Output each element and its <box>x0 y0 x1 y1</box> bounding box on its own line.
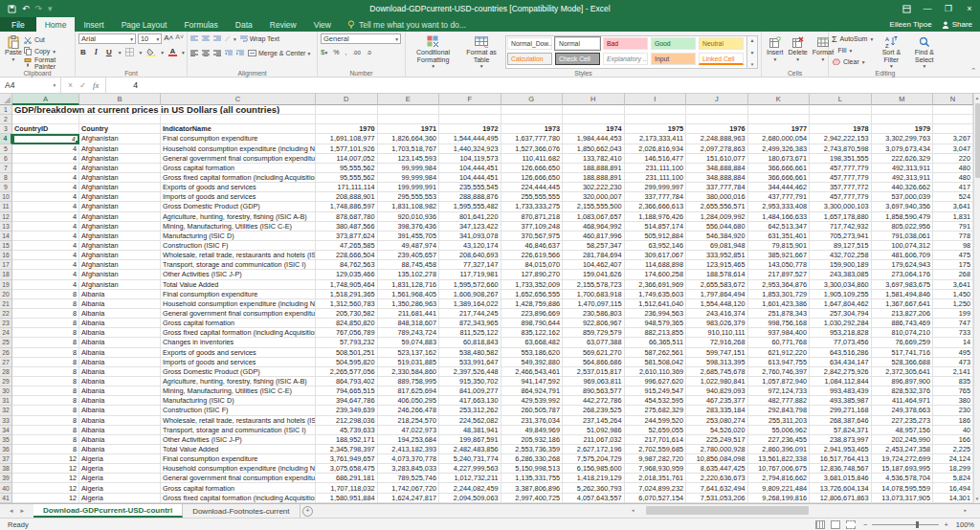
cell-value-clipped[interactable]: 268 <box>933 270 973 279</box>
cell-indicator-24[interactable]: Gross fixed capital formation (including… <box>161 328 316 338</box>
cell-style-good[interactable]: Good <box>651 37 696 50</box>
row-header-26[interactable]: 26 <box>0 348 12 358</box>
cell-style-neutral[interactable]: Neutral <box>699 37 744 50</box>
font-color-button[interactable]: A <box>168 48 177 56</box>
cell-value[interactable]: 983,026,379 <box>686 319 748 328</box>
cell-value[interactable]: 643,516,286 <box>810 348 872 358</box>
cell-value[interactable]: 767,056,789 <box>316 328 378 338</box>
cell-value[interactable]: 910,110,111 <box>686 328 748 338</box>
cell-value[interactable]: 348,888,884 <box>686 173 748 183</box>
cell[interactable] <box>79 115 161 124</box>
cell-countryid-38[interactable]: 12 <box>12 464 79 474</box>
cell-value[interactable]: 129,035,466 <box>316 270 378 279</box>
cell-value[interactable]: 114,007,052 <box>316 154 378 164</box>
cell-value[interactable]: 243,416,374 <box>686 309 748 319</box>
paste-button[interactable]: Paste ▾ <box>3 33 24 64</box>
cell-value-clipped[interactable]: 835 <box>933 377 973 386</box>
new-sheet-button[interactable]: + <box>301 504 316 518</box>
cell-value[interactable]: 1,367,667,641 <box>872 299 934 309</box>
cell-value[interactable]: 1,748,886,597 <box>316 202 378 211</box>
scroll-up-icon[interactable]: ▲ <box>975 94 979 102</box>
row-header-5[interactable]: 5 <box>0 144 12 154</box>
align-middle-icon[interactable] <box>202 35 210 42</box>
cell-value[interactable]: 864,924,791 <box>501 386 564 396</box>
merge-center-button[interactable]: Merge & Center ▾ <box>248 48 310 58</box>
cell-value[interactable]: 104,444,451 <box>439 173 501 183</box>
cell-country-25[interactable]: Albania <box>79 338 161 347</box>
cell-value[interactable]: 1,083,067,657 <box>563 212 625 222</box>
cell-countryid-15[interactable]: 4 <box>12 241 79 251</box>
cell-value[interactable]: 2,610,110,369 <box>625 367 687 377</box>
cell-value[interactable]: 915,249,547 <box>625 386 687 396</box>
cell-style-normal[interactable]: Normal <box>555 37 600 50</box>
cell-indicator-23[interactable]: Gross capital formation <box>161 319 316 328</box>
cell-value-clipped[interactable]: 480 <box>933 164 973 173</box>
cell-value[interactable]: 12,836,748,567 <box>810 464 872 474</box>
cell-value[interactable]: 377,109,248 <box>501 222 564 232</box>
cell-value[interactable]: 613,947,755 <box>748 358 811 367</box>
cell-value[interactable]: 811,525,122 <box>439 328 501 338</box>
cell-value[interactable]: 123,915,465 <box>686 260 748 270</box>
cell-value[interactable]: 63,952,146 <box>625 241 687 251</box>
align-right-icon[interactable] <box>213 50 221 56</box>
cell-value[interactable]: 1,428,759,886 <box>501 299 564 309</box>
row-header-41[interactable]: 41 <box>0 494 12 503</box>
cell-header-country[interactable]: Country <box>79 124 161 134</box>
cell-value[interactable]: 49,487,974 <box>378 241 440 251</box>
column-header-C[interactable]: C <box>161 94 316 105</box>
cell-value[interactable]: 2,627,172,196 <box>563 445 625 454</box>
cell-value[interactable]: 828,532,376 <box>872 386 934 396</box>
delete-cells-button[interactable]: Delete ▾ <box>787 33 810 64</box>
cell-value[interactable]: 127,890,270 <box>501 270 564 279</box>
cell-value[interactable]: 159,041,626 <box>563 270 625 279</box>
zoom-slider[interactable] <box>872 524 939 525</box>
cell-value[interactable]: 84,762,563 <box>316 260 378 270</box>
cell-country-26[interactable]: Albania <box>79 348 161 358</box>
cell-value[interactable]: 188,578,614 <box>686 270 748 279</box>
cell-value[interactable]: 481,606,709 <box>872 251 934 260</box>
cell-countryid-36[interactable]: 8 <box>12 445 79 454</box>
cell-value[interactable]: 2,941,953,465 <box>810 445 872 454</box>
cell-indicator-15[interactable]: Construction (ISIC F) <box>161 241 316 251</box>
cell-value[interactable]: 13,073,317,905 <box>872 494 934 503</box>
cell-value[interactable]: 151,610,077 <box>686 154 748 164</box>
cell[interactable] <box>316 105 378 115</box>
cell-value[interactable]: 468,964,992 <box>563 222 625 232</box>
cell-value[interactable]: 295,555,553 <box>378 192 440 202</box>
cell-value[interactable]: 1,518,291,365 <box>316 290 378 299</box>
cell-value[interactable]: 791,038,061 <box>872 232 934 241</box>
cell-value-clipped[interactable]: 5,824 <box>933 474 973 483</box>
ribbon-tab-insert[interactable]: Insert <box>75 17 112 32</box>
cell-value[interactable]: 537,000,039 <box>872 192 934 202</box>
cell-value[interactable]: 8,635,447,425 <box>686 464 748 474</box>
cell-countryid-25[interactable]: 8 <box>12 338 79 347</box>
cell-value[interactable]: 717,742,932 <box>810 222 872 232</box>
cell-value[interactable]: 2,366,691,969 <box>625 280 687 290</box>
cell-value[interactable]: 1,652,656,555 <box>501 290 564 299</box>
cell-value[interactable]: 1,581,494,846 <box>872 290 934 299</box>
column-header-E[interactable]: E <box>378 94 440 105</box>
cell-value[interactable]: 198,351,555 <box>810 154 872 164</box>
cell-value[interactable]: 114,688,898 <box>625 260 687 270</box>
cell-value[interactable]: 341,093,078 <box>439 232 501 241</box>
cell[interactable] <box>933 124 973 134</box>
cell-value-clipped[interactable]: 2,141 <box>933 367 973 377</box>
zoom-slider-thumb[interactable] <box>916 521 919 528</box>
cell-countryid-40[interactable]: 12 <box>12 483 79 493</box>
cell-countryid-41[interactable]: 12 <box>12 494 79 503</box>
cell-indicator-25[interactable]: Changes in inventories <box>161 338 316 347</box>
cell[interactable] <box>501 115 564 124</box>
cell-value[interactable]: 6,156,985,600 <box>563 464 625 474</box>
cell-value[interactable]: 199,999,991 <box>378 183 440 192</box>
cell-value[interactable]: 940,829,093 <box>686 386 748 396</box>
cell-value[interactable]: 810,074,210 <box>872 328 934 338</box>
cell-value[interactable]: 1,733,333,275 <box>501 202 564 211</box>
column-header-H[interactable]: H <box>563 94 625 105</box>
sheet-nav-right-icon[interactable]: ▸ <box>21 507 25 515</box>
cell-value[interactable]: 642,513,347 <box>748 222 811 232</box>
cell-value[interactable]: 14,078,595,559 <box>872 483 934 493</box>
name-box[interactable]: A4 <box>0 77 49 93</box>
cell-value[interactable]: 202,245,990 <box>872 435 934 445</box>
cell-value[interactable]: 1,826,664,360 <box>378 134 440 144</box>
cell-value[interactable]: 1,440,324,923 <box>439 144 501 154</box>
